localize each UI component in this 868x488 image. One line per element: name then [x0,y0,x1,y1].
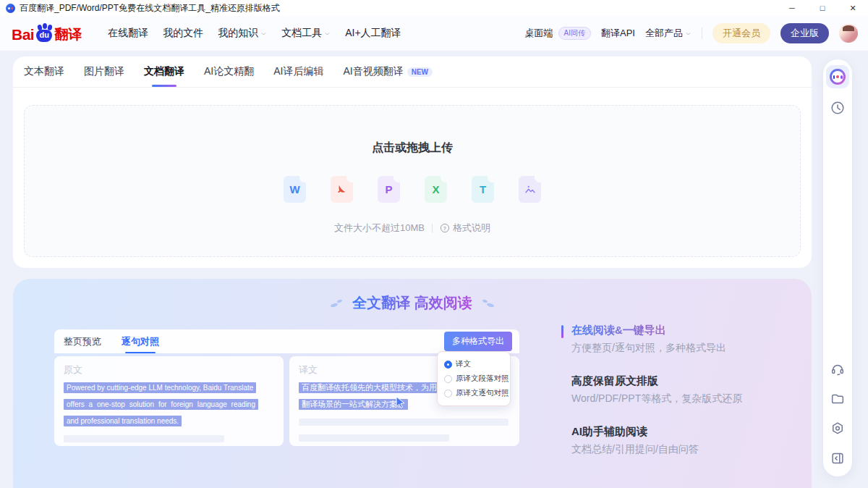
tab-ai-av-translate[interactable]: AI音视频翻译NEW [343,56,433,87]
radio-icon[interactable] [444,390,452,397]
top-navbar: Bai du 翻译 在线翻译 我的文件 我的知识 文档工具 AI+人工翻译 桌面… [0,16,868,51]
source-line: and professional translation needs. [64,416,182,426]
app-favicon-icon [6,4,15,13]
new-badge: NEW [407,67,433,77]
maximize-icon: □ [820,4,825,12]
app-window: 百度翻译_PDF/Word/PPT免费在线文档翻译工具_精准还原排版格式 ─ □… [0,0,868,488]
chevron-down-icon [685,30,692,37]
nav-right: 桌面端 AI同传 翻译API 全部产品 开通会员 企业版 [525,16,858,51]
promo-heading: 全文翻译 高效阅读 [352,293,472,313]
radio-icon[interactable] [444,375,452,383]
nav-menu: 在线翻译 我的文件 我的知识 文档工具 AI+人工翻译 [108,27,401,40]
nav-item-online-translate[interactable]: 在线翻译 [108,27,148,40]
source-text-panel: 原文 Powered by cutting-edge LLM technolog… [54,356,284,446]
upload-note: 文件大小不超过10MB ? 格式说明 [334,222,490,235]
note-divider [432,224,433,232]
open-vip-button[interactable]: 开通会员 [712,23,770,43]
window-titlebar: 百度翻译_PDF/Word/PPT免费在线文档翻译工具_精准还原排版格式 ─ □… [0,0,868,16]
image-file-icon [519,176,541,203]
chevron-down-icon [324,30,331,37]
target-line: 百度翻译依托领先的大模型技术，为用户提 [299,382,456,393]
multi-format-export-button[interactable]: 多种格式导出 [444,332,512,351]
promo-section: 全文翻译 高效阅读 整页预览 逐句对照 多种格式导出 原文 Powered by… [13,279,812,488]
sparkle-left-icon [331,299,342,308]
user-avatar[interactable] [839,24,858,43]
ai-assistant-icon[interactable] [826,65,849,88]
feature-layout-preserve: 高度保留原文排版 Word/PDF/PPT等格式，复杂版式还原 [571,374,742,405]
sparkle-right-icon [482,299,494,308]
mouse-cursor-icon [394,396,406,409]
placeholder-bar [299,434,449,442]
nav-item-desktop-client[interactable]: 桌面端 AI同传 [525,27,591,40]
ai-simultaneous-badge: AI同传 [558,27,591,40]
close-button[interactable]: ✕ [838,0,868,16]
menu-option-sentence-compare[interactable]: 原译文逐句对照 [444,386,503,400]
settings-icon[interactable] [830,421,846,437]
supported-file-types: W P X T [284,176,541,203]
pdf-file-icon [331,176,353,203]
source-label: 原文 [64,363,274,376]
source-line: Powered by cutting-edge LLM technology, … [64,382,256,393]
nav-item-all-products[interactable]: 全部产品 [645,27,692,40]
ppt-file-icon: P [378,176,400,203]
chevron-down-icon [260,30,267,37]
tab-sentence-compare[interactable]: 逐句对照 [122,329,159,353]
question-circle-icon: ? [440,223,450,233]
export-format-menu: 译文 原译文段落对照 原译文逐句对照 [437,351,511,406]
tab-full-page-preview[interactable]: 整页预览 [64,329,101,353]
minimize-button[interactable]: ─ [777,0,807,16]
collapse-sidebar-icon[interactable] [830,450,846,466]
target-line: 翻译场景的一站式解决方案。 [299,399,408,410]
upload-dropzone[interactable]: 点击或拖拽上传 W P X T 文件大小不超过10MB ? 格式说明 [24,105,801,257]
logo-bai-text: Bai [12,27,34,42]
tab-image-translate[interactable]: 图片翻译 [84,56,124,87]
radio-selected-icon[interactable] [444,361,452,369]
document-translate-card: 文本翻译 图片翻译 文档翻译 AI论文精翻 AI译后编辑 AI音视频翻译NEW … [13,56,812,268]
tab-ai-paper-translate[interactable]: AI论文精翻 [204,56,254,87]
window-controls: ─ □ ✕ [777,0,868,16]
nav-item-translate-api[interactable]: 翻译API [601,27,635,40]
nav-divider [702,28,702,39]
nav-item-doc-tools[interactable]: 文档工具 [281,27,331,40]
upload-title: 点击或拖拽上传 [372,140,453,156]
maximize-button[interactable]: □ [807,0,838,16]
preview-toolbar: 整页预览 逐句对照 多种格式导出 [54,329,519,353]
placeholder-bar [64,435,224,442]
nav-item-my-knowledge[interactable]: 我的知识 [218,27,267,40]
source-line: offers a one-stop solution for foreign l… [64,399,258,410]
baidu-paw-icon: du [35,25,54,42]
svg-text:?: ? [443,226,446,231]
right-sidebar [823,59,852,476]
logo-translate-text: 翻译 [54,28,82,42]
word-file-icon: W [284,176,306,203]
active-indicator-bar [561,325,563,338]
excel-file-icon: X [425,176,447,203]
tab-text-translate[interactable]: 文本翻译 [24,56,64,87]
tab-ai-post-edit[interactable]: AI译后编辑 [273,56,323,87]
enterprise-button[interactable]: 企业版 [780,23,829,43]
file-size-limit: 文件大小不超过10MB [334,222,425,235]
nav-item-my-files[interactable]: 我的文件 [163,27,203,40]
close-icon: ✕ [849,4,856,13]
txt-file-icon: T [472,176,494,203]
format-help-link[interactable]: ? 格式说明 [440,222,490,235]
minimize-icon: ─ [789,4,795,12]
menu-option-translation-only[interactable]: 译文 [444,357,503,371]
feature-online-reading: 在线阅读&一键导出 方便整页/逐句对照，多种格式导出 [571,324,726,355]
menu-option-paragraph-compare[interactable]: 原译文段落对照 [444,371,503,386]
baidu-translate-logo[interactable]: Bai du 翻译 [12,25,82,42]
translate-mode-tabs: 文本翻译 图片翻译 文档翻译 AI论文精翻 AI译后编辑 AI音视频翻译NEW [13,56,812,88]
feature-ai-assistant: AI助手辅助阅读 文档总结/引用提问/自由问答 [571,425,699,456]
window-title: 百度翻译_PDF/Word/PPT免费在线文档翻译工具_精准还原排版格式 [20,2,280,14]
files-folder-icon[interactable] [830,391,846,407]
history-clock-icon[interactable] [830,100,846,116]
tab-document-translate[interactable]: 文档翻译 [144,56,184,87]
nav-item-ai-human-translate[interactable]: AI+人工翻译 [345,27,401,40]
customer-service-icon[interactable] [830,361,846,377]
logo-du-text: du [35,30,54,39]
placeholder-bar [299,418,509,426]
